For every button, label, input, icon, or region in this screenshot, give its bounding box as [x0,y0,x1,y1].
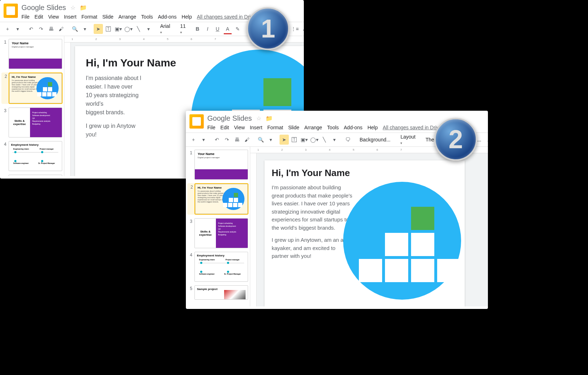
slide-thumbnail-5[interactable]: Sample project [9,175,62,176]
font-size-selector[interactable]: 11 [177,23,189,35]
slide-thumbnail-2[interactable]: Hi, I'm Your Name I'm passionate about b… [195,184,248,214]
new-slide-button[interactable]: + [189,135,198,145]
menu-arrange[interactable]: Arrange [118,14,136,20]
textbox-icon[interactable]: 🅃 [290,135,299,145]
menu-format[interactable]: Format [81,14,97,20]
star-icon[interactable]: ☆ [70,4,75,11]
save-status[interactable]: All changes saved in Drive [383,125,442,130]
bold-icon[interactable]: B [193,24,202,34]
redo-icon[interactable]: ↷ [222,135,232,145]
zoom-icon[interactable]: 🔍 [256,135,265,145]
slide-thumbnail-panel[interactable]: 1 Your Name Digital project manager 2 Hi… [0,36,64,176]
slide-thumbnail-3[interactable]: Skills & expertise Project scheduling So… [9,108,62,138]
underline-icon[interactable]: U [213,24,222,34]
shape-icon[interactable]: ◯▾ [124,24,133,34]
slide-thumbnail-5[interactable]: Sample project [194,285,248,300]
zoom-dropdown-icon[interactable]: ▾ [266,135,275,145]
menu-tools[interactable]: Tools [327,125,339,130]
menu-slide[interactable]: Slide [288,125,299,130]
add-comment-icon[interactable]: 🗨 [343,135,352,145]
menu-help[interactable]: Help [182,14,192,20]
menu-view[interactable]: View [48,14,59,20]
slide-canvas-area[interactable]: 1 2 3 4 5 6 7 Hi, I'm Your Name I'm pass… [250,147,488,306]
line-icon[interactable]: ╲ [320,135,329,145]
line-dropdown-icon[interactable]: ▾ [330,135,339,145]
line-icon[interactable]: ╲ [134,24,143,34]
shape-icon[interactable]: ◯▾ [310,135,319,145]
vertical-ruler [250,153,257,306]
menu-edit[interactable]: Edit [35,14,43,20]
paint-format-icon[interactable]: 🖌 [56,24,66,34]
paint-format-icon[interactable]: 🖌 [242,135,252,145]
new-slide-button[interactable]: + [3,24,12,34]
slide-graphic-circle [343,182,461,300]
zoom-dropdown-icon[interactable]: ▾ [80,24,89,34]
new-slide-dropdown-icon[interactable]: ▾ [13,24,22,34]
star-icon[interactable]: ☆ [256,115,261,122]
slide-thumbnail-3[interactable]: Skills & expertise Project scheduling So… [194,218,248,248]
save-status[interactable]: All changes saved in Drive [197,14,256,20]
font-selector[interactable]: Arial [157,23,173,35]
slide-canvas[interactable]: Hi, I'm Your Name I'm passionate about b… [265,160,465,306]
line-dropdown-icon[interactable]: ▾ [144,24,153,34]
menu-slide[interactable]: Slide [102,14,113,20]
menu-edit[interactable]: Edit [221,125,229,130]
slide-thumbnail-panel[interactable]: 1 Your Name Digital project manager 2 Hi… [186,147,250,306]
slide-thumbnail-1[interactable]: Your Name Digital project manager [194,150,248,180]
document-title[interactable]: Google Slides [207,114,252,122]
slides-logo-icon [4,4,18,18]
move-folder-icon[interactable]: 📁 [266,115,273,122]
numbered-list-icon[interactable]: ⋮≡ [290,24,300,34]
menu-insert[interactable]: Insert [250,125,262,130]
print-icon[interactable]: 🖶 [232,135,242,145]
background-button[interactable]: Background... [357,137,393,142]
new-slide-dropdown-icon[interactable]: ▾ [199,135,208,145]
move-folder-icon[interactable]: 📁 [80,4,87,11]
document-title[interactable]: Google Slides [21,4,66,12]
vertical-ruler [64,42,71,176]
italic-icon[interactable]: I [203,24,212,34]
menu-file[interactable]: File [21,14,30,20]
redo-icon[interactable]: ↷ [36,24,46,34]
callout-badge-1: 1 [247,7,290,50]
highlight-color-icon[interactable]: ✎ [233,24,242,34]
print-icon[interactable]: 🖶 [46,24,56,34]
slide-thumbnail-4[interactable]: Employment history Engineering intern Pr… [9,141,62,171]
image-icon[interactable]: ▣▾ [114,24,123,34]
menu-tools[interactable]: Tools [141,14,153,20]
slide-thumbnail-2[interactable]: Hi, I'm Your Name I'm passionate about b… [9,73,62,103]
slides-logo-icon [189,114,204,129]
undo-icon[interactable]: ↶ [26,24,36,34]
image-icon[interactable]: ▣▾ [300,135,309,145]
menu-insert[interactable]: Insert [64,14,76,20]
toolbar-expand-icon[interactable]: ᐱ [485,135,488,145]
slide-thumbnail-4[interactable]: Employment history Engineering intern Pr… [194,252,248,282]
callout-badge-2: 2 [434,118,477,161]
menu-view[interactable]: View [234,125,245,130]
menu-addons[interactable]: Add-ons [158,14,177,20]
menu-format[interactable]: Format [267,125,283,130]
undo-icon[interactable]: ↶ [212,135,222,145]
slide-thumbnail-1[interactable]: Your Name Digital project manager [9,39,62,69]
text-color-icon[interactable]: A [223,24,232,34]
layout-button[interactable]: Layout [397,134,418,145]
select-tool-icon[interactable]: ➤ [280,135,289,145]
slide-title[interactable]: Hi, I'm Your Name [265,160,465,184]
menu-file[interactable]: File [207,125,216,130]
menu-help[interactable]: Help [367,125,378,130]
toolbar-expand-icon[interactable]: ᐱ [300,24,304,34]
textbox-icon[interactable]: 🅃 [104,24,113,34]
menu-addons[interactable]: Add-ons [344,125,362,130]
zoom-icon[interactable]: 🔍 [70,24,79,34]
select-tool-icon[interactable]: ➤ [94,24,103,34]
menu-arrange[interactable]: Arrange [304,125,322,130]
